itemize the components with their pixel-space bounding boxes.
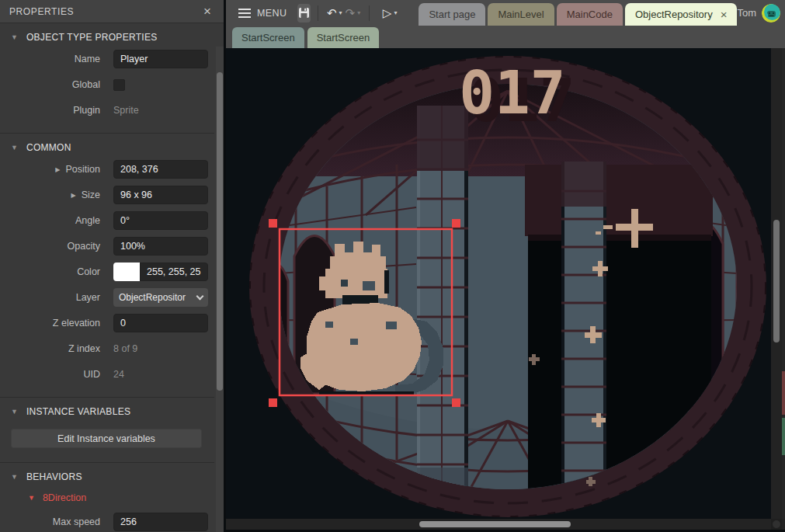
name-field[interactable] bbox=[113, 50, 208, 68]
pillar-right bbox=[561, 162, 606, 499]
horizontal-scrollbar-thumb[interactable] bbox=[419, 521, 571, 527]
behavior-name: 8Direction bbox=[43, 492, 86, 503]
section-title: OBJECT TYPE PROPERTIES bbox=[26, 32, 158, 43]
layer-select[interactable]: ObjectRepositor bbox=[113, 288, 208, 307]
property-row-z-index: Z index 8 of 9 bbox=[0, 339, 214, 358]
section-header[interactable]: ▼ BEHAVIORS bbox=[0, 463, 214, 489]
section-header[interactable]: ▼ COMMON bbox=[0, 134, 214, 160]
panel-scrollbar-track[interactable] bbox=[216, 47, 224, 532]
user-name: Tom bbox=[737, 7, 756, 19]
section-instance-variables: ▼ INSTANCE VARIABLES Edit Instance varia… bbox=[0, 398, 214, 463]
property-row-z-elevation: Z elevation bbox=[0, 314, 214, 332]
property-row-max-speed: Max speed bbox=[0, 513, 214, 531]
edge-marker-red bbox=[782, 371, 785, 415]
edit-instance-variables-button[interactable]: Edit Instance variables bbox=[11, 429, 202, 448]
section-title: BEHAVIORS bbox=[26, 471, 82, 482]
section-header[interactable]: ▼ INSTANCE VARIABLES bbox=[0, 398, 214, 424]
color-label: Color bbox=[0, 266, 113, 277]
save-button[interactable] bbox=[297, 4, 311, 23]
angle-field[interactable] bbox=[113, 211, 208, 230]
color-swatch[interactable] bbox=[113, 263, 140, 281]
user-account[interactable]: Tom bbox=[737, 4, 785, 23]
property-row-opacity: Opacity bbox=[0, 237, 214, 256]
selection-handle-bottom-left[interactable] bbox=[269, 398, 277, 407]
layout-viewport[interactable]: ​ 017 017 bbox=[226, 48, 785, 519]
play-button[interactable]: ▷ bbox=[381, 6, 394, 20]
close-panel-icon[interactable]: × bbox=[200, 5, 214, 18]
room-number-text: ​ 017 017 bbox=[459, 58, 575, 135]
section-common: ▼ COMMON ▶ Position ▶ Size Angle bbox=[0, 134, 214, 398]
behavior-8direction[interactable]: ▼ 8Direction bbox=[0, 489, 214, 513]
expand-icon[interactable]: ▶ bbox=[71, 192, 76, 199]
redo-dropdown-caret: ▾ bbox=[357, 9, 360, 16]
close-tab-icon[interactable]: × bbox=[721, 9, 728, 20]
toolbar-divider bbox=[369, 5, 370, 21]
selection-handle-bottom-right[interactable] bbox=[452, 398, 460, 407]
avatar[interactable] bbox=[762, 4, 780, 23]
play-dropdown-caret[interactable]: ▾ bbox=[394, 9, 397, 16]
scrollbar-corner bbox=[771, 519, 782, 530]
collapse-icon[interactable]: ▼ bbox=[11, 33, 18, 41]
horizontal-scrollbar[interactable] bbox=[226, 519, 785, 530]
menu-button[interactable]: MENU bbox=[234, 5, 291, 22]
z-index-value: 8 of 9 bbox=[113, 343, 137, 354]
undo-dropdown-caret[interactable]: ▾ bbox=[339, 9, 342, 16]
undo-button[interactable]: ↶ bbox=[325, 6, 339, 20]
selection-handle-top-right[interactable] bbox=[452, 219, 460, 228]
label-text: Size bbox=[82, 190, 100, 200]
selection-handle-top-left[interactable] bbox=[269, 219, 277, 228]
angle-label: Angle bbox=[0, 215, 113, 226]
property-row-angle: Angle bbox=[0, 211, 214, 230]
edge-marker-green bbox=[782, 418, 785, 455]
tab-label: ObjectRepository bbox=[635, 9, 713, 20]
size-field[interactable] bbox=[113, 186, 208, 204]
collapse-icon[interactable]: ▼ bbox=[28, 494, 35, 502]
tab-start-page[interactable]: Start page bbox=[419, 3, 485, 26]
global-label: Global bbox=[0, 79, 113, 90]
editor-tabs: Start page MainLevel MainCode ObjectRepo… bbox=[419, 0, 737, 26]
expand-icon[interactable]: ▶ bbox=[55, 166, 60, 173]
properties-panel: PROPERTIES × ▼ OBJECT TYPE PROPERTIES Na… bbox=[0, 0, 224, 532]
max-speed-field[interactable] bbox=[113, 513, 208, 531]
name-label: Name bbox=[0, 54, 113, 64]
uid-value: 24 bbox=[113, 369, 124, 380]
property-row-color: Color 255, 255, 25 bbox=[0, 263, 214, 281]
property-row-layer: Layer ObjectRepositor bbox=[0, 288, 214, 307]
z-index-label: Z index bbox=[0, 343, 113, 354]
property-row-global: Global bbox=[0, 75, 214, 94]
vertical-scrollbar[interactable] bbox=[771, 48, 782, 519]
z-elevation-field[interactable] bbox=[113, 314, 208, 332]
section-header[interactable]: ▼ OBJECT TYPE PROPERTIES bbox=[0, 23, 214, 50]
panel-scrollbar-thumb[interactable] bbox=[217, 72, 223, 391]
collapse-icon[interactable]: ▼ bbox=[11, 144, 18, 151]
avatar-image bbox=[762, 4, 780, 23]
property-row-position: ▶ Position bbox=[0, 160, 214, 179]
vertical-scrollbar-thumb[interactable] bbox=[773, 220, 780, 342]
subtab-startscreen-2[interactable]: StartScreen bbox=[307, 27, 380, 48]
properties-panel-header: PROPERTIES × bbox=[0, 0, 224, 23]
opacity-field[interactable] bbox=[113, 237, 208, 256]
plugin-label: Plugin bbox=[0, 105, 113, 116]
plugin-value: Sprite bbox=[113, 105, 139, 116]
max-speed-label: Max speed bbox=[0, 516, 113, 527]
tab-object-repository[interactable]: ObjectRepository × bbox=[625, 3, 737, 26]
property-row-name: Name bbox=[0, 50, 214, 68]
redo-button: ↷ bbox=[344, 6, 357, 20]
global-checkbox[interactable] bbox=[113, 79, 125, 91]
main-toolbar: MENU ↶ ▾ ↷ ▾ ▷ ▾ Start page MainLevel Ma… bbox=[226, 0, 785, 26]
collapse-icon[interactable]: ▼ bbox=[11, 473, 18, 481]
z-elevation-label: Z elevation bbox=[0, 318, 113, 329]
layout-scene[interactable]: ​ 017 017 bbox=[226, 48, 785, 519]
tab-main-level[interactable]: MainLevel bbox=[488, 3, 554, 26]
uid-label: UID bbox=[0, 369, 113, 380]
hamburger-icon bbox=[238, 9, 251, 18]
subtab-startscreen-1[interactable]: StartScreen bbox=[232, 27, 304, 48]
tab-main-code[interactable]: MainCode bbox=[557, 3, 623, 26]
pillar-left bbox=[417, 106, 468, 503]
chevron-down-icon bbox=[196, 292, 204, 300]
position-label: ▶ Position bbox=[0, 164, 113, 175]
editor-area: MENU ↶ ▾ ↷ ▾ ▷ ▾ Start page MainLevel Ma… bbox=[226, 0, 785, 532]
position-field[interactable] bbox=[113, 160, 208, 179]
color-field[interactable]: 255, 255, 25 bbox=[140, 263, 208, 281]
collapse-icon[interactable]: ▼ bbox=[11, 408, 18, 416]
